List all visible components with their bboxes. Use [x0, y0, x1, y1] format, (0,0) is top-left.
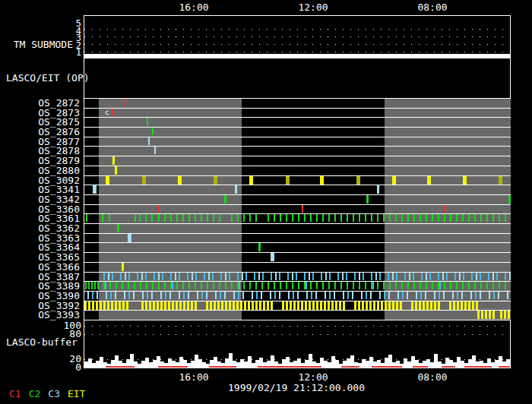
event-tick: [224, 292, 226, 299]
event-tick: [297, 301, 299, 310]
event-tick: [109, 214, 110, 222]
event-tick: [432, 214, 433, 222]
event-tick: [316, 301, 318, 310]
event-tick: [492, 214, 494, 222]
event-tick: [108, 273, 109, 280]
event-tick: [179, 273, 180, 280]
event-tick: [316, 214, 318, 222]
event-tick: [453, 301, 455, 310]
event-tick: [219, 214, 220, 222]
event-tick: [238, 292, 239, 299]
event-tick: [309, 273, 310, 280]
event-tick: [392, 273, 394, 280]
event-tick: [139, 214, 141, 222]
event-tick: [444, 214, 445, 222]
event-tick: [297, 292, 299, 299]
event-tick: [498, 292, 499, 299]
event-tick: [290, 301, 292, 310]
event-tick: [362, 301, 364, 310]
event-tick: [206, 301, 208, 310]
event-tick: [170, 214, 172, 222]
event-tick: [201, 292, 203, 299]
event-tick: [305, 301, 307, 310]
event-tick: [383, 214, 385, 222]
event-tick: [505, 282, 506, 289]
event-tick: [432, 282, 433, 289]
event-tick: [214, 301, 216, 310]
ops-window-band: [385, 156, 511, 166]
event-tick: [476, 301, 478, 310]
ops-window-band: [385, 185, 511, 194]
ops-window-band: [99, 243, 242, 252]
event-tick: [325, 273, 327, 280]
event-tick: [400, 301, 402, 310]
event-tick: [337, 273, 339, 280]
os-row: [84, 194, 510, 204]
event-tick: [141, 273, 143, 280]
event-tick: [288, 292, 290, 299]
event-tick: [84, 301, 87, 310]
event-tick: [256, 292, 258, 299]
event-tick: [271, 273, 272, 280]
event-tick: [450, 214, 451, 222]
ops-window-band: [385, 109, 511, 118]
event-tick: [123, 99, 125, 106]
event-tick: [107, 301, 109, 310]
event-tick: [268, 214, 269, 222]
event-tick: [183, 292, 185, 299]
event-tick: [244, 301, 246, 310]
telescope-legend: C1C2C3EIT: [9, 388, 85, 399]
event-tick: [354, 301, 356, 310]
event-tick: [475, 292, 477, 299]
event-tick: [115, 292, 116, 299]
event-tick: [444, 282, 445, 289]
event-tick: [377, 185, 379, 194]
event-tick: [388, 273, 389, 280]
event-tick: [168, 301, 170, 310]
event-tick: [425, 292, 426, 299]
event-tick: [449, 301, 451, 310]
event-tick: [274, 282, 275, 289]
event-tick: [229, 301, 231, 310]
ops-window-band: [99, 205, 242, 214]
event-tick: [468, 282, 470, 289]
event-tick: [243, 214, 245, 222]
event-tick: [438, 301, 440, 310]
event-tick: [361, 292, 363, 299]
event-tick: [293, 301, 296, 310]
event-tick: [415, 301, 417, 310]
event-tick: [342, 273, 344, 280]
event-tick: [286, 301, 288, 310]
event-tick: [275, 273, 277, 280]
event-tick: [373, 301, 375, 310]
event-tick: [480, 214, 482, 222]
event-tick: [128, 273, 130, 280]
event-tick: [396, 273, 397, 280]
event-tick: [426, 282, 427, 289]
event-tick: [438, 273, 439, 280]
event-tick: [402, 292, 404, 299]
event-tick: [254, 273, 255, 280]
event-tick: [215, 292, 217, 299]
event-tick: [195, 273, 197, 280]
event-tick: [151, 292, 153, 299]
event-tick: [298, 214, 299, 222]
event-tick: [443, 292, 445, 299]
event-tick: [148, 137, 150, 145]
event-tick: [358, 301, 360, 310]
os-row: [84, 223, 510, 233]
event-tick: [401, 214, 403, 222]
ops-window-band: [385, 263, 511, 272]
os-row: [84, 117, 510, 127]
dotted-gridline: [84, 326, 510, 327]
ops-window-band: [99, 128, 242, 137]
event-tick: [141, 301, 144, 310]
event-tick: [312, 273, 314, 280]
event-tick: [343, 301, 345, 310]
event-tick: [96, 301, 98, 310]
event-tick: [170, 282, 172, 289]
dotted-gridline: [84, 52, 510, 52]
event-tick: [221, 301, 223, 310]
event-tick: [356, 176, 360, 185]
event-tick: [204, 273, 205, 280]
